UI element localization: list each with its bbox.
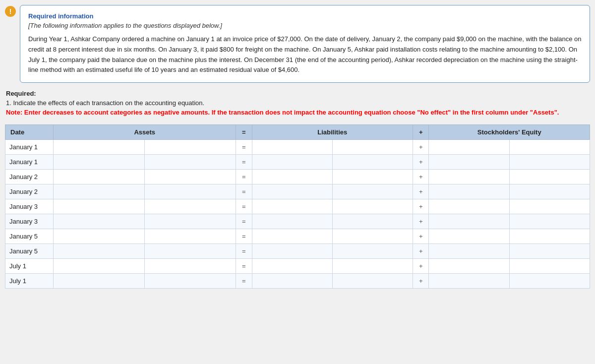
liabilities-cell <box>252 199 413 214</box>
table-row: January 3=+ <box>5 199 590 214</box>
table-row: January 1=+ <box>5 139 590 154</box>
assets-input-9-1[interactable] <box>145 275 236 287</box>
assets-input-4-0[interactable] <box>54 201 144 212</box>
liab-input-6-0[interactable] <box>252 231 332 242</box>
equity-input-0-1[interactable] <box>510 141 590 153</box>
liab-input-3-0[interactable] <box>252 186 332 197</box>
liab-input-4-1[interactable] <box>333 201 413 212</box>
assets-cell <box>54 229 236 243</box>
equity-input-0-0[interactable] <box>429 141 509 153</box>
liab-input-9-1[interactable] <box>333 275 413 287</box>
assets-input-5-1[interactable] <box>145 216 236 227</box>
plus-cell: + <box>413 214 429 229</box>
equity-input-1-0[interactable] <box>429 156 509 168</box>
liab-input-1-0[interactable] <box>252 156 332 168</box>
plus-cell: + <box>413 273 429 288</box>
table-row: January 2=+ <box>5 184 590 199</box>
equity-cell <box>429 139 590 154</box>
liabilities-cell <box>252 214 413 229</box>
assets-input-2-0[interactable] <box>54 171 144 182</box>
header-liabilities: Liabilities <box>252 124 413 139</box>
equity-input-5-1[interactable] <box>510 216 590 227</box>
assets-input-8-0[interactable] <box>54 260 144 272</box>
assets-input-7-1[interactable] <box>145 245 236 257</box>
equity-cell <box>429 199 590 214</box>
assets-input-7-0[interactable] <box>54 245 144 257</box>
equity-input-6-1[interactable] <box>510 231 590 242</box>
required-label: Required: <box>6 90 590 97</box>
assets-input-0-0[interactable] <box>54 141 144 153</box>
equals-cell: = <box>236 154 252 169</box>
liab-input-3-1[interactable] <box>333 186 413 197</box>
liab-input-0-1[interactable] <box>333 141 413 153</box>
info-box-body: During Year 1, Ashkar Company ordered a … <box>28 34 582 75</box>
liab-input-1-1[interactable] <box>333 156 413 168</box>
accounting-equation-table: Date Assets = Liabilities + Stockholders… <box>5 124 590 289</box>
liabilities-cell <box>252 154 413 169</box>
assets-input-2-1[interactable] <box>145 171 236 182</box>
assets-input-6-0[interactable] <box>54 231 144 242</box>
header-date: Date <box>5 124 54 139</box>
equity-input-9-1[interactable] <box>510 275 590 287</box>
header-plus: + <box>413 124 429 139</box>
equity-input-2-1[interactable] <box>510 171 590 182</box>
liab-input-8-0[interactable] <box>252 260 332 272</box>
equity-input-8-1[interactable] <box>510 260 590 272</box>
equity-input-9-0[interactable] <box>429 275 509 287</box>
table-row: January 5=+ <box>5 229 590 243</box>
assets-input-5-0[interactable] <box>54 216 144 227</box>
equity-cell <box>429 169 590 184</box>
assets-input-4-1[interactable] <box>145 201 236 212</box>
equity-input-1-1[interactable] <box>510 156 590 168</box>
equals-cell: = <box>236 243 252 258</box>
liab-input-5-1[interactable] <box>333 216 413 227</box>
equity-input-2-0[interactable] <box>429 171 509 182</box>
equity-input-4-0[interactable] <box>429 201 509 212</box>
equity-input-8-0[interactable] <box>429 260 509 272</box>
liab-input-5-0[interactable] <box>252 216 332 227</box>
assets-input-1-0[interactable] <box>54 156 144 168</box>
info-box-subtitle: [The following information applies to th… <box>28 22 582 29</box>
date-cell: January 3 <box>5 199 54 214</box>
equity-input-7-0[interactable] <box>429 245 509 257</box>
plus-cell: + <box>413 258 429 273</box>
assets-cell <box>54 184 236 199</box>
equity-input-5-0[interactable] <box>429 216 509 227</box>
liabilities-cell <box>252 169 413 184</box>
assets-input-9-0[interactable] <box>54 275 144 287</box>
equity-input-4-1[interactable] <box>510 201 590 212</box>
equity-cell <box>429 214 590 229</box>
equity-cell <box>429 184 590 199</box>
liab-input-8-1[interactable] <box>333 260 413 272</box>
plus-cell: + <box>413 184 429 199</box>
liab-input-9-0[interactable] <box>252 275 332 287</box>
assets-input-6-1[interactable] <box>145 231 236 242</box>
liab-input-7-1[interactable] <box>333 245 413 257</box>
header-assets: Assets <box>54 124 236 139</box>
table-row: July 1=+ <box>5 258 590 273</box>
assets-cell <box>54 169 236 184</box>
required-section: Required: 1. Indicate the effects of eac… <box>5 90 590 118</box>
liab-input-4-0[interactable] <box>252 201 332 212</box>
assets-input-3-0[interactable] <box>54 186 144 197</box>
liab-input-7-0[interactable] <box>252 245 332 257</box>
liab-input-6-1[interactable] <box>333 231 413 242</box>
equity-cell <box>429 243 590 258</box>
date-cell: January 3 <box>5 214 54 229</box>
equity-input-6-0[interactable] <box>429 231 509 242</box>
equity-input-3-0[interactable] <box>429 186 509 197</box>
assets-cell <box>54 199 236 214</box>
liabilities-cell <box>252 184 413 199</box>
liab-input-2-0[interactable] <box>252 171 332 182</box>
equity-input-7-1[interactable] <box>510 245 590 257</box>
table-row: July 1=+ <box>5 273 590 288</box>
assets-input-3-1[interactable] <box>145 186 236 197</box>
assets-input-8-1[interactable] <box>145 260 236 272</box>
liabilities-cell <box>252 243 413 258</box>
liab-input-2-1[interactable] <box>333 171 413 182</box>
assets-cell <box>54 273 236 288</box>
assets-input-0-1[interactable] <box>145 141 236 153</box>
equity-input-3-1[interactable] <box>510 186 590 197</box>
liab-input-0-0[interactable] <box>252 141 332 153</box>
assets-input-1-1[interactable] <box>145 156 236 168</box>
